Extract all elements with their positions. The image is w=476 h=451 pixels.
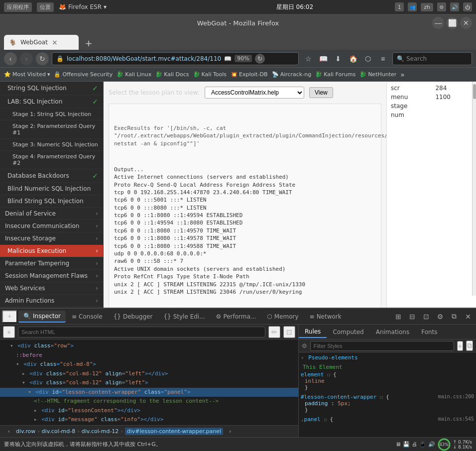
sidebar-item-insecure-communication[interactable]: Insecure Communication › — [0, 220, 103, 232]
minimize-button[interactable]: — — [432, 17, 444, 29]
html-line[interactable]: ▾ <div class="col-md-8"> — [0, 360, 298, 369]
workspace-indicator[interactable]: 1 — [395, 2, 404, 11]
sidebar-item-insecure-storage[interactable]: Insecure Storage › — [0, 232, 103, 245]
breadcrumb-div-lesson-content-wrapper[interactable]: div#lesson-content-wrapper.panel — [125, 428, 223, 435]
sidebar-item-database-backdoors[interactable]: Database Backdoors ✓ — [0, 169, 103, 183]
css-tab-computed[interactable]: Computed — [327, 327, 369, 338]
breadcrumb-div-col-md-8[interactable]: div.col-md-8 — [42, 428, 76, 435]
url-bar[interactable]: 🔒 localhost:8080/WebGoat/start.mvc#attac… — [52, 52, 299, 65]
new-tab-button[interactable]: + — [82, 36, 96, 50]
sidebar-item-admin-functions[interactable]: Admin Functions › — [0, 295, 103, 307]
tools-icon[interactable]: ⚙ — [437, 2, 446, 11]
devtools-tab-memory[interactable]: ⬡ Memory — [262, 311, 303, 322]
sidebar-item-parameter-tampering[interactable]: Parameter Tampering › — [0, 257, 103, 270]
breadcrumb-left-arrow[interactable]: ‹ — [4, 427, 14, 437]
bookmark-kali-forums[interactable]: 🐉 Kali Forums — [315, 71, 356, 78]
bookmark-star-button[interactable]: ☆ — [302, 52, 315, 65]
devtools-tab-console[interactable]: ≡ Console — [67, 311, 108, 322]
sidebar-item-string-sql[interactable]: String SQL Injection ✓ — [0, 82, 103, 95]
sidebar-item-malicious-execution[interactable]: Malicious Execution › — [0, 245, 103, 257]
bookmark-kali-docs[interactable]: 🐉 Kali Docs — [155, 71, 189, 78]
html-line[interactable]: ▾ <div class="col-md-12" align="left"> — [0, 378, 298, 388]
css-copy-button[interactable]: ⧉ — [466, 340, 473, 351]
devtools-tab-debugger[interactable]: {} Debugger — [109, 311, 158, 322]
pocket-button[interactable]: ⬡ — [361, 52, 374, 65]
devtools-close-icon[interactable]: ✕ — [462, 311, 474, 323]
css-tab-fonts[interactable]: Fonts — [415, 327, 443, 338]
html-line[interactable]: ::before — [0, 351, 298, 360]
tab-webgoat[interactable]: 🐐 WebGoat × — [4, 35, 79, 50]
lang-menu[interactable]: zh — [421, 3, 433, 11]
sidebar-item-challenge[interactable]: Challenge › — [0, 307, 103, 308]
scroll-thumb[interactable] — [473, 84, 476, 99]
devtools-dock-icon[interactable]: ⊡ — [420, 311, 432, 323]
devtools-layout-icon[interactable]: ⊞ — [392, 311, 404, 323]
maximize-button[interactable]: ⬜ — [446, 17, 458, 29]
breadcrumb-right-arrow[interactable]: › — [225, 427, 235, 437]
bookmark-aircrack[interactable]: 📡 Aircrack-ng — [272, 71, 312, 78]
bookmarks-more-button[interactable]: » — [400, 71, 405, 79]
sidebar-item-stage4[interactable]: Stage 4: Parameterized Query #2 — [0, 151, 103, 169]
menu-button[interactable]: ≡ — [376, 52, 389, 65]
sidebar-item-stage1[interactable]: Stage 1: String SQL Injection — [0, 109, 103, 120]
devtools-tab-inspector[interactable]: 🔍 Inspector — [18, 311, 66, 323]
bookmark-nethunter[interactable]: 🐉 NetHunter — [359, 71, 396, 78]
html-edit-button[interactable]: ✏ — [268, 326, 280, 338]
devtools-tab-new[interactable]: + — [2, 310, 17, 323]
bookmark-kali-tools[interactable]: 🐉 Kali Tools — [193, 71, 227, 78]
bookmark-offensive-security[interactable]: 🔒 Offensive Security — [54, 71, 113, 78]
devtools-split-icon[interactable]: ⊟ — [406, 311, 418, 323]
devtools-popup-icon[interactable]: ⧉ — [448, 311, 460, 323]
css-tab-rules[interactable]: Rules — [299, 326, 327, 338]
html-line[interactable]: ▾ <div class="row"> — [0, 341, 298, 351]
apps-menu[interactable]: 应用程序 — [4, 2, 32, 12]
html-line[interactable]: ▸ <div id="message" class="info"></div> — [0, 415, 298, 425]
breadcrumb-div-col-md-12[interactable]: div.col-md-12 — [82, 428, 119, 435]
css-panel-selector[interactable]: .panel — [301, 416, 321, 423]
devtools-tab-performance[interactable]: ⚙ Performa... — [211, 311, 261, 322]
devtools-settings-icon[interactable]: ⚙ — [434, 311, 446, 323]
search-bar[interactable]: 🔍 Search — [392, 52, 472, 65]
bookmark-kali-linux[interactable]: 🐉 Kali Linux — [117, 71, 151, 78]
sidebar-item-lab-sql[interactable]: LAB: SQL Injection ✓ — [0, 95, 103, 109]
html-new-node-button[interactable]: + — [3, 326, 15, 338]
html-line-highlighted[interactable]: ▾ <div id="lesson-content-wrapper" class… — [0, 388, 298, 397]
forward-button[interactable]: › — [20, 52, 33, 65]
download-button[interactable]: ⬇ — [332, 52, 345, 65]
lesson-dropdown[interactable]: AccessControlMatrix.help — [205, 87, 304, 99]
sidebar-item-web-services[interactable]: Web Services › — [0, 282, 103, 295]
devtools-tab-network[interactable]: ≡ Network — [305, 311, 347, 322]
users-icon[interactable]: 👥 — [408, 2, 417, 11]
html-line[interactable]: ▸ <div id="lessonContent"></div> — [0, 406, 298, 416]
bookmark-exploit-db[interactable]: 💥 Exploit-DB — [231, 71, 268, 78]
location-menu[interactable]: 位置 — [37, 2, 54, 12]
sidebar-item-stage2[interactable]: Stage 2: Parameterized Query #1 — [0, 120, 103, 139]
volume-icon[interactable]: 🔊 — [450, 2, 459, 11]
firefox-menu[interactable]: 🦊 Firefox ESR ▾ — [59, 3, 107, 10]
devtools-tab-style-editor[interactable]: {} Style Edi... — [158, 311, 210, 322]
sidebar-item-blind-string[interactable]: Blind String SQL Injection — [0, 195, 103, 208]
bookmark-book-button[interactable]: 📖 — [317, 52, 330, 65]
tab-close-button[interactable]: × — [52, 38, 58, 46]
view-button[interactable]: View — [309, 87, 333, 98]
close-window-button[interactable]: ✕ — [460, 17, 472, 29]
css-lesson-wrapper-selector[interactable]: #lesson-content-wrapper — [301, 394, 376, 400]
back-button[interactable]: ‹ — [4, 52, 17, 65]
css-add-rule-button[interactable]: + — [457, 341, 463, 351]
html-inspect-button[interactable]: ⊡ — [283, 326, 295, 338]
home-button[interactable]: 🏠 — [347, 52, 359, 65]
power-icon[interactable]: ⏻ — [463, 2, 472, 11]
reload-button[interactable]: ↻ — [36, 52, 49, 65]
css-filter-input[interactable] — [310, 341, 454, 351]
css-tab-animations[interactable]: Animations — [370, 327, 415, 338]
css-element-selector[interactable]: element — [301, 371, 324, 378]
css-pseudo-selector[interactable]: Pseudo-elements — [308, 354, 357, 361]
sidebar-item-blind-numeric[interactable]: Blind Numeric SQL Injection — [0, 183, 103, 195]
sidebar-item-denial-of-service[interactable]: Denial of Service › — [0, 208, 103, 220]
html-line[interactable]: ▸ <div class="col-md-12" align="left"></… — [0, 369, 298, 379]
breadcrumb-div-row[interactable]: div.row — [16, 428, 35, 435]
html-search-input[interactable] — [18, 327, 265, 338]
sidebar-item-session-management[interactable]: Session Management Flaws › — [0, 270, 103, 282]
sidebar-item-stage3[interactable]: Stage 3: Numeric SQL Injection — [0, 139, 103, 151]
reload-url-button[interactable]: ↻ — [255, 54, 265, 64]
